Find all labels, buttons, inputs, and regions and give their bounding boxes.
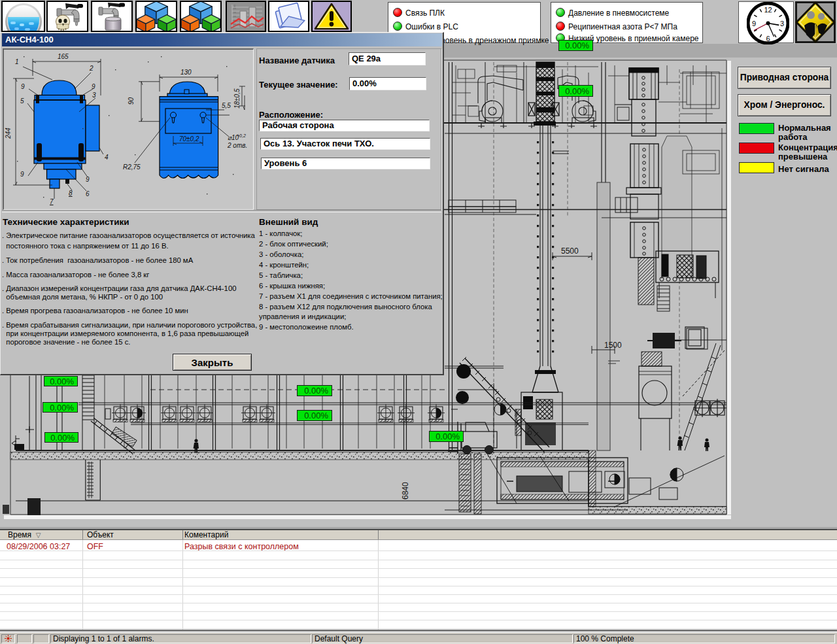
svg-text:9: 9 [86, 176, 90, 183]
svg-text:+0,2: +0,2 [237, 133, 246, 138]
svg-text:5,5: 5,5 [222, 102, 231, 109]
svg-text:7: 7 [50, 198, 54, 205]
svg-text:165: 165 [58, 53, 69, 60]
svg-text:6: 6 [766, 35, 770, 42]
svg-text:4: 4 [105, 154, 109, 161]
svg-text:2: 2 [89, 65, 94, 72]
svg-text:5500: 5500 [561, 246, 579, 256]
svg-text:12: 12 [764, 6, 772, 14]
svg-text:9: 9 [20, 171, 24, 178]
svg-text:R2,75: R2,75 [123, 163, 141, 171]
svg-text:2 отв.: 2 отв. [227, 142, 247, 149]
svg-text:9: 9 [92, 83, 95, 90]
svg-text:5: 5 [20, 97, 24, 105]
svg-text:1500: 1500 [604, 341, 622, 350]
svg-text:6840: 6840 [401, 482, 410, 500]
svg-text:8: 8 [69, 190, 73, 197]
svg-text:1: 1 [15, 58, 19, 65]
svg-text:9: 9 [752, 20, 756, 27]
svg-text:9: 9 [21, 83, 25, 90]
svg-text:90: 90 [128, 97, 135, 105]
svg-text:18±0,5: 18±0,5 [233, 88, 241, 109]
svg-text:3: 3 [92, 92, 96, 99]
svg-text:130: 130 [180, 69, 192, 76]
svg-text:6: 6 [86, 190, 90, 197]
svg-text:3: 3 [780, 20, 784, 27]
svg-text:70±0,2: 70±0,2 [179, 135, 199, 143]
svg-text:244: 244 [5, 127, 12, 139]
